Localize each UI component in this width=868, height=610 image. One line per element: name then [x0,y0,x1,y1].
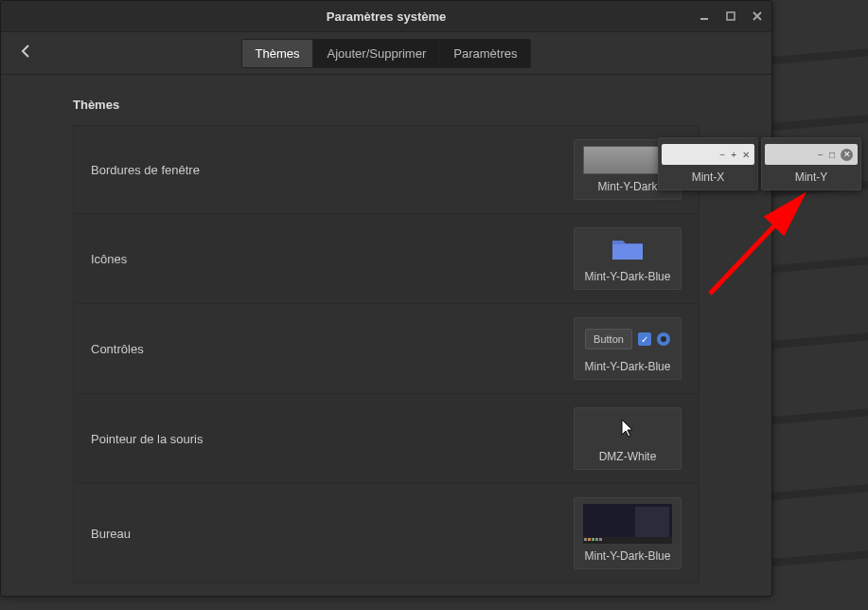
row-desktop: Bureau Mint-Y-Dark-Blue [73,483,700,583]
plus-icon: + [731,150,736,160]
row-label-controls: Contrôles [91,342,144,356]
tab-themes[interactable]: Thèmes [242,40,314,67]
row-label-borders: Bordures de fenêtre [91,163,200,177]
section-title: Thèmes [73,98,700,112]
theme-rows: Bordures de fenêtre Mint-Y-Dark Icônes M… [73,125,700,583]
row-label-desktop: Bureau [91,527,131,541]
back-button[interactable] [18,43,35,64]
desktop-theme-name: Mint-Y-Dark-Blue [585,549,671,563]
mint-x-preview-icon: − + ✕ [662,144,754,165]
row-icons: Icônes Mint-Y-Dark-Blue [73,213,700,304]
sample-checkbox-icon: ✓ [638,332,651,346]
tab-bar: Thèmes Ajouter/Supprimer Paramètres [241,39,532,68]
close-button[interactable] [751,9,764,23]
window-controls [698,9,764,23]
maximize-icon: □ [829,150,835,160]
theme-option-mint-y[interactable]: − □ ✕ Mint-Y [761,137,861,190]
minimize-button[interactable] [698,9,711,23]
border-theme-name: Mint-Y-Dark [598,180,658,193]
selector-icons[interactable]: Mint-Y-Dark-Blue [574,227,682,290]
selector-desktop[interactable]: Mint-Y-Dark-Blue [574,497,682,569]
row-label-cursor: Pointeur de la souris [91,432,204,446]
row-controls: Contrôles Button ✓ Mint-Y-Dark-Blue [73,303,700,394]
close-icon: ✕ [742,150,750,160]
minimize-icon: − [719,150,725,160]
desktop-preview-icon [583,504,672,544]
controls-preview-icon: Button ✓ [583,324,672,354]
settings-window: Paramètres système Thèmes Ajouter/Suppri… [0,0,772,597]
content-area: Thèmes Bordures de fenêtre Mint-Y-Dark I… [1,75,771,601]
mint-x-label: Mint-X [692,170,725,184]
mint-y-preview-icon: − □ ✕ [765,144,858,165]
mint-y-label: Mint-Y [795,170,828,184]
sample-button: Button [585,329,632,350]
cursor-icon [583,414,672,444]
tabs-row: Thèmes Ajouter/Supprimer Paramètres [1,32,771,75]
row-cursor: Pointeur de la souris DMZ-White [73,393,700,484]
maximize-button[interactable] [724,9,737,23]
tab-settings[interactable]: Paramètres [440,40,530,67]
window-title: Paramètres système [327,9,446,24]
svg-rect-1 [727,12,735,20]
minimize-icon: − [818,150,824,160]
tab-add-remove[interactable]: Ajouter/Supprimer [313,40,440,67]
selector-controls[interactable]: Button ✓ Mint-Y-Dark-Blue [574,317,682,380]
cursor-theme-name: DMZ-White [599,450,657,463]
titlebar[interactable]: Paramètres système [1,1,771,32]
theme-option-mint-x[interactable]: − + ✕ Mint-X [658,137,758,190]
row-window-borders: Bordures de fenêtre Mint-Y-Dark [73,125,700,214]
controls-theme-name: Mint-Y-Dark-Blue [585,360,671,373]
svg-rect-0 [700,18,708,20]
close-icon: ✕ [841,149,853,161]
sample-radio-icon [657,332,670,346]
icons-theme-name: Mint-Y-Dark-Blue [585,270,671,283]
folder-icon [583,234,672,264]
selector-cursor[interactable]: DMZ-White [574,407,682,470]
row-label-icons: Icônes [91,252,127,266]
